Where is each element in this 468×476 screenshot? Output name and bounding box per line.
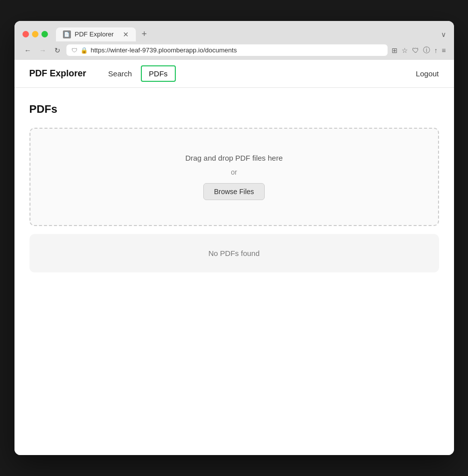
lock-icon: 🔒 xyxy=(80,47,88,54)
share-icon[interactable]: ↑ xyxy=(434,46,438,54)
forward-button[interactable]: → xyxy=(37,45,48,55)
url-display[interactable]: https://winter-leaf-9739.ploomberapp.io/… xyxy=(91,46,237,54)
menu-icon[interactable]: ≡ xyxy=(442,46,446,54)
drop-zone-or: or xyxy=(40,168,428,176)
page-title: PDFs xyxy=(29,103,439,116)
new-tab-button[interactable]: + xyxy=(138,27,151,41)
traffic-lights xyxy=(22,31,48,37)
tab-bar: 📄 PDF Explorer ✕ + ∨ xyxy=(56,27,446,41)
tab-dropdown-icon[interactable]: ∨ xyxy=(441,30,446,38)
address-bar: ← → ↻ 🛡 🔒 https://winter-leaf-9739.ploom… xyxy=(14,41,454,60)
info-icon[interactable]: ⓘ xyxy=(423,46,430,55)
shield-icon[interactable]: 🛡 xyxy=(412,46,419,54)
logout-button[interactable]: Logout xyxy=(416,69,439,78)
fullscreen-traffic-light[interactable] xyxy=(41,31,48,37)
app-content: PDF Explorer Search PDFs Logout PDFs Dra… xyxy=(14,60,454,455)
reload-button[interactable]: ↻ xyxy=(52,45,62,55)
tab-title-label: PDF Explorer xyxy=(75,30,114,38)
close-traffic-light[interactable] xyxy=(22,31,29,37)
drop-zone[interactable]: Drag and drop PDF files here or Browse F… xyxy=(29,128,439,226)
app-nav: PDF Explorer Search PDFs Logout xyxy=(14,60,454,88)
toolbar-icons: ⊞ ☆ 🛡 ⓘ ↑ ≡ xyxy=(392,46,446,55)
tab-close-button[interactable]: ✕ xyxy=(123,31,129,38)
browser-window: 📄 PDF Explorer ✕ + ∨ ← → ↻ 🛡 🔒 https://w… xyxy=(14,21,454,455)
browse-files-button[interactable]: Browse Files xyxy=(203,183,264,200)
nav-pdfs-link[interactable]: PDFs xyxy=(141,65,176,82)
app-title: PDF Explorer xyxy=(29,68,86,79)
title-bar: 📄 PDF Explorer ✕ + ∨ xyxy=(14,21,454,41)
active-browser-tab[interactable]: 📄 PDF Explorer ✕ xyxy=(56,27,136,41)
back-button[interactable]: ← xyxy=(22,45,33,55)
tab-favicon: 📄 xyxy=(63,30,71,38)
security-icon: 🛡 xyxy=(71,47,77,54)
url-bar[interactable]: 🛡 🔒 https://winter-leaf-9739.ploomberapp… xyxy=(66,44,388,56)
no-pdfs-box: No PDFs found xyxy=(29,234,439,272)
minimize-traffic-light[interactable] xyxy=(32,31,38,37)
drop-zone-text: Drag and drop PDF files here xyxy=(40,154,428,162)
nav-search-link[interactable]: Search xyxy=(101,66,139,81)
grid-icon[interactable]: ⊞ xyxy=(392,46,398,54)
bookmark-icon[interactable]: ☆ xyxy=(402,46,408,54)
no-pdfs-text: No PDFs found xyxy=(208,249,260,257)
main-content: PDFs Drag and drop PDF files here or Bro… xyxy=(14,88,454,455)
nav-links: Search PDFs xyxy=(101,65,416,82)
